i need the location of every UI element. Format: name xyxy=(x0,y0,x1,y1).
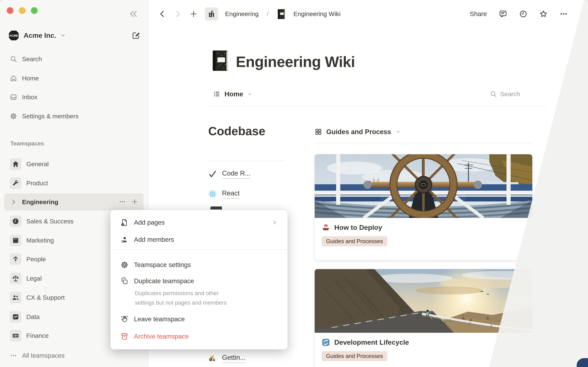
notebook-page-icon xyxy=(277,8,286,19)
page-link-code-reviews[interactable]: Code R... xyxy=(208,166,251,182)
new-page-icon[interactable] xyxy=(189,10,198,18)
menu-item-archive-teamspace[interactable]: Archive teamspace xyxy=(116,328,282,344)
forward-icon[interactable] xyxy=(174,10,182,18)
page-title: Engineering Wiki xyxy=(236,53,355,70)
list-view-icon xyxy=(213,90,221,98)
react-atom-icon xyxy=(208,190,217,198)
inbox-icon xyxy=(10,93,17,101)
home-icon xyxy=(10,75,17,82)
menu-item-teamspace-settings[interactable]: Teamspace settings xyxy=(116,257,282,273)
chevron-down-icon xyxy=(395,129,401,134)
topbar-right: Share xyxy=(470,6,568,22)
banknote-icon xyxy=(10,330,21,342)
teamspace-building-icon[interactable] xyxy=(205,7,218,20)
sidebar-item-home[interactable]: Home xyxy=(4,70,144,87)
svg-text:ACME: ACME xyxy=(9,34,18,37)
archive-box-icon xyxy=(121,333,129,340)
house-icon xyxy=(10,158,21,170)
window-minimize-button[interactable] xyxy=(19,7,26,14)
check-mark-icon xyxy=(208,170,217,178)
add-page-plus-icon[interactable] xyxy=(131,198,138,206)
ellipsis-icon xyxy=(10,352,17,359)
tag-guides-and-processes: Guides and Processes xyxy=(322,351,387,361)
workspace-switcher[interactable]: ACME Acme Inc. xyxy=(8,29,140,42)
menu-item-add-pages[interactable]: Add pages xyxy=(116,215,282,230)
gallery-card-development-lifecycle[interactable]: Development Lifecycle Guides and Process… xyxy=(315,269,532,367)
gear-icon xyxy=(10,113,17,120)
more-options-icon[interactable] xyxy=(119,198,126,206)
sidebar-collapse-icon[interactable] xyxy=(129,9,138,18)
view-tab-home[interactable]: Home xyxy=(213,86,252,102)
share-button[interactable]: Share xyxy=(470,10,487,17)
hidden-page-link-icon xyxy=(210,206,222,209)
guides-view-header[interactable]: Guides and Process xyxy=(315,124,401,140)
add-page-icon xyxy=(121,218,129,226)
sidebar-item-settings[interactable]: Settings & members xyxy=(4,108,144,125)
menu-item-duplicate-teamspace[interactable]: Duplicate teamspace xyxy=(116,273,282,289)
gallery-grid-icon xyxy=(315,128,322,135)
view-search[interactable]: Search xyxy=(490,86,520,102)
scales-icon xyxy=(10,273,21,284)
clock-icon xyxy=(10,216,21,227)
divider xyxy=(315,143,532,143)
back-icon[interactable] xyxy=(158,10,167,18)
page-link-react[interactable]: React xyxy=(208,186,240,202)
waving-hand-icon xyxy=(121,315,129,323)
workspace-name: Acme Inc. xyxy=(24,32,56,40)
calendar-icon xyxy=(10,234,21,246)
sidebar-item-all-teamspaces[interactable]: All teamspaces xyxy=(4,347,144,364)
gallery-card-how-to-deploy[interactable]: How to Deploy Guides and Processes xyxy=(315,154,532,260)
breadcrumb-page[interactable]: Engineering Wiki xyxy=(293,10,341,17)
wrench-icon xyxy=(10,177,21,189)
chevron-right-toggle-icon[interactable] xyxy=(10,198,17,206)
sidebar-item-engineering[interactable]: Engineering xyxy=(4,193,144,211)
chevron-down-icon xyxy=(61,33,66,38)
flower-icon xyxy=(10,253,21,265)
teamspaces-section-label: Teamspaces xyxy=(10,140,44,147)
app-window: ACME Acme Inc. Search Home Inbox Setting… xyxy=(0,0,588,367)
window-zoom-button[interactable] xyxy=(31,7,38,14)
chevron-right-icon xyxy=(272,220,277,225)
menu-item-description: Duplicates permissions and other setting… xyxy=(135,289,239,308)
menu-item-leave-teamspace[interactable]: Leave teamspace xyxy=(116,311,282,327)
duplicate-icon xyxy=(121,277,129,285)
cycle-emoji-icon xyxy=(322,338,330,347)
search-icon xyxy=(490,90,497,98)
page-notebook-icon[interactable] xyxy=(211,49,230,72)
sidebar-item-search[interactable]: Search xyxy=(4,50,144,67)
ship-emoji-icon xyxy=(322,223,330,232)
more-options-icon[interactable] xyxy=(560,10,568,18)
sidebar-item-product[interactable]: Product xyxy=(4,175,144,192)
teamspace-context-menu: Add pages Add members Teamspace settings… xyxy=(110,210,288,350)
people-icon xyxy=(10,292,21,303)
menu-item-add-members[interactable]: Add members xyxy=(116,232,282,248)
topbar-left: Engineering / Engineering Wiki xyxy=(158,6,341,22)
sidebar-item-general[interactable]: General xyxy=(4,156,144,173)
divider xyxy=(208,161,285,161)
new-page-compose-icon[interactable] xyxy=(132,32,140,40)
search-icon xyxy=(10,55,17,63)
comments-icon[interactable] xyxy=(499,10,507,18)
history-clock-icon[interactable] xyxy=(519,10,527,18)
window-close-button[interactable] xyxy=(7,7,13,14)
sidebar-item-inbox[interactable]: Inbox xyxy=(4,89,144,106)
workspace-logo: ACME xyxy=(8,30,20,41)
codebase-heading: Codebase xyxy=(208,124,265,138)
tractor-emoji-icon xyxy=(208,354,217,363)
gear-icon xyxy=(121,261,129,269)
chevron-down-icon xyxy=(247,92,252,97)
page-link-getting-started[interactable]: Gettin... xyxy=(208,350,246,366)
divider xyxy=(208,106,547,106)
chart-icon xyxy=(10,311,21,323)
breadcrumb-teamspace[interactable]: Engineering xyxy=(225,10,259,17)
card-cover-ship-wheel-photo xyxy=(315,154,532,218)
card-cover-mountain-road-photo xyxy=(315,269,532,333)
tag-guides-and-processes: Guides and Processes xyxy=(322,236,387,246)
add-member-icon xyxy=(121,236,129,244)
menu-divider xyxy=(110,250,288,250)
favorite-star-icon[interactable] xyxy=(539,10,548,18)
breadcrumb-separator: / xyxy=(267,10,268,17)
